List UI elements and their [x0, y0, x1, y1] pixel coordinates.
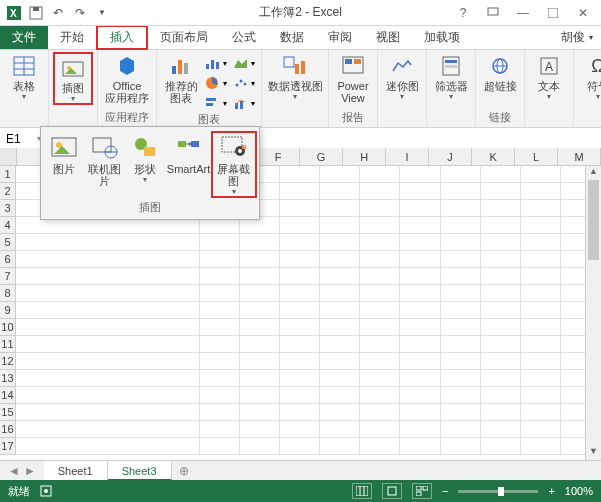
cell[interactable] [320, 404, 360, 421]
cell[interactable] [240, 302, 280, 319]
cell[interactable] [481, 217, 521, 234]
pivot-chart-button[interactable]: 数据透视图 ▾ [266, 52, 324, 101]
row-header[interactable]: 1 [0, 166, 16, 183]
zoom-out-button[interactable]: − [442, 485, 448, 497]
row-header[interactable]: 2 [0, 183, 16, 200]
select-all-corner[interactable] [0, 148, 17, 166]
cell[interactable] [280, 166, 320, 183]
combo-chart-button[interactable]: ▾ [231, 94, 257, 112]
cell[interactable] [320, 251, 360, 268]
cell[interactable] [441, 200, 481, 217]
cell[interactable] [240, 234, 280, 251]
cell[interactable] [360, 353, 400, 370]
cell[interactable] [400, 370, 440, 387]
column-header[interactable]: J [429, 148, 472, 166]
vertical-scrollbar[interactable]: ▲ ▼ [585, 166, 601, 460]
cell[interactable] [200, 370, 240, 387]
cell[interactable] [481, 387, 521, 404]
cell[interactable] [200, 404, 240, 421]
cell[interactable] [400, 387, 440, 404]
cell[interactable] [200, 319, 240, 336]
cell[interactable] [320, 353, 360, 370]
illustrations-button[interactable]: 插图 ▾ [53, 52, 93, 105]
cell[interactable] [521, 404, 561, 421]
cell[interactable] [400, 285, 440, 302]
cell[interactable] [360, 200, 400, 217]
cell[interactable] [360, 387, 400, 404]
cell[interactable] [280, 183, 320, 200]
cell[interactable] [280, 353, 320, 370]
cell[interactable] [521, 353, 561, 370]
cell[interactable] [320, 387, 360, 404]
cell[interactable] [441, 421, 481, 438]
cell[interactable] [280, 217, 320, 234]
macro-record-icon[interactable] [40, 485, 52, 497]
page-break-view-icon[interactable] [412, 483, 432, 499]
cell[interactable] [400, 319, 440, 336]
cell[interactable] [400, 166, 440, 183]
row-header[interactable]: 13 [0, 370, 16, 387]
cell[interactable] [441, 353, 481, 370]
cell[interactable] [400, 302, 440, 319]
column-header[interactable]: L [515, 148, 558, 166]
cell[interactable] [481, 421, 521, 438]
scroll-thumb[interactable] [588, 180, 599, 260]
row-header[interactable]: 15 [0, 404, 16, 421]
cell[interactable] [441, 438, 481, 455]
row-header[interactable]: 14 [0, 387, 16, 404]
row-header[interactable]: 9 [0, 302, 16, 319]
pie-chart-button[interactable]: ▾ [203, 74, 229, 92]
horizontal-scrollbar[interactable] [200, 464, 597, 478]
cell[interactable] [441, 166, 481, 183]
cell[interactable] [441, 370, 481, 387]
cell[interactable] [320, 268, 360, 285]
cell[interactable] [481, 234, 521, 251]
column-header[interactable]: I [386, 148, 429, 166]
cell[interactable] [320, 336, 360, 353]
column-header[interactable]: H [343, 148, 386, 166]
recommended-charts-button[interactable]: 推荐的 图表 [161, 52, 201, 104]
cell[interactable] [280, 438, 320, 455]
area-chart-button[interactable]: ▾ [231, 54, 257, 72]
cell[interactable] [360, 404, 400, 421]
tab-page-layout[interactable]: 页面布局 [148, 26, 220, 49]
cell[interactable] [200, 336, 240, 353]
cell[interactable] [521, 421, 561, 438]
cell[interactable] [200, 353, 240, 370]
cell[interactable] [320, 166, 360, 183]
cell[interactable] [481, 353, 521, 370]
symbols-button[interactable]: Ω 符号 ▾ [578, 52, 601, 101]
cell[interactable] [200, 302, 240, 319]
cell[interactable] [320, 183, 360, 200]
cell[interactable] [481, 404, 521, 421]
cell[interactable] [400, 353, 440, 370]
cell[interactable] [360, 217, 400, 234]
shapes-button[interactable]: 形状 ▾ [126, 133, 164, 196]
cell[interactable] [400, 404, 440, 421]
cell[interactable] [320, 285, 360, 302]
cell[interactable] [360, 370, 400, 387]
cell[interactable] [200, 285, 240, 302]
cell[interactable] [280, 404, 320, 421]
cell[interactable] [240, 387, 280, 404]
cell[interactable] [16, 234, 200, 251]
cell[interactable] [360, 336, 400, 353]
cell[interactable] [16, 268, 200, 285]
zoom-in-button[interactable]: + [548, 485, 554, 497]
zoom-level[interactable]: 100% [565, 485, 593, 497]
cell[interactable] [521, 200, 561, 217]
cell[interactable] [481, 166, 521, 183]
online-pictures-button[interactable]: 联机图片 [85, 133, 123, 196]
cell[interactable] [360, 234, 400, 251]
cell[interactable] [280, 200, 320, 217]
cell[interactable] [441, 183, 481, 200]
tab-view[interactable]: 视图 [364, 26, 412, 49]
cell[interactable] [320, 217, 360, 234]
cell[interactable] [521, 387, 561, 404]
tab-file[interactable]: 文件 [0, 26, 48, 49]
cell[interactable] [280, 285, 320, 302]
row-header[interactable]: 11 [0, 336, 16, 353]
cell[interactable] [360, 319, 400, 336]
scroll-down-icon[interactable]: ▼ [586, 446, 601, 460]
power-view-button[interactable]: Power View [333, 52, 373, 104]
